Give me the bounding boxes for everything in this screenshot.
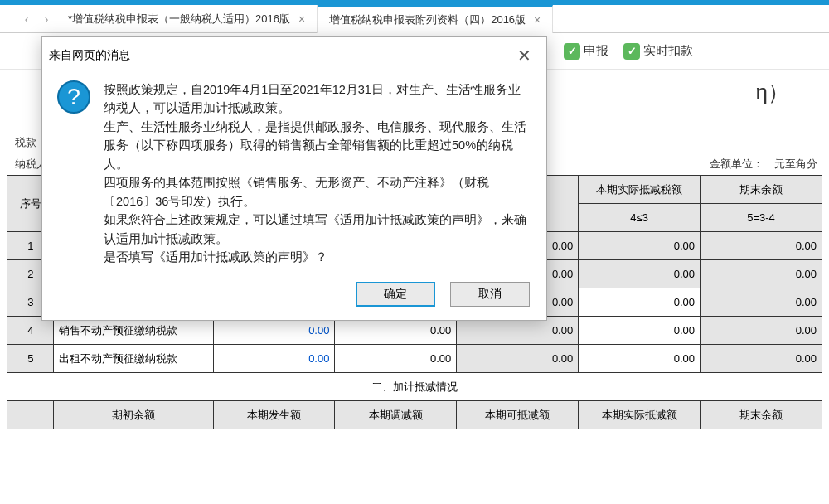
cell-c: 0.00: [701, 345, 822, 373]
cell-c: 0.00: [701, 288, 822, 317]
close-icon[interactable]: ×: [534, 13, 541, 27]
confirmation-dialog: 来自网页的消息 ✕ ? 按照政策规定，自2019年4月1日至2021年12月31…: [41, 36, 547, 321]
cell-b[interactable]: 0.00: [579, 288, 701, 317]
tab-main-return[interactable]: *增值税纳税申报表（一般纳税人适用）2016版 ×: [56, 5, 318, 33]
cancel-label: 取消: [478, 287, 502, 302]
section-header-row: 二、加计抵减情况: [7, 373, 822, 401]
cell-c: 0.00: [701, 260, 822, 288]
sub-actual: 4≤3: [579, 204, 701, 232]
cell-c: 0.00: [701, 317, 822, 345]
declare-button[interactable]: ✓ 申报: [564, 43, 608, 60]
cell-v2[interactable]: 0.00: [335, 345, 457, 373]
col-adjust: 本期调减额: [335, 401, 457, 429]
ok-button[interactable]: 确定: [356, 282, 435, 307]
col-deductible: 本期可抵减额: [457, 401, 579, 429]
realtime-label: 实时扣款: [643, 43, 693, 59]
question-icon: ?: [57, 80, 90, 114]
ok-label: 确定: [384, 287, 407, 302]
sub-end: 5=3-4: [701, 204, 822, 232]
tab-appendix-4[interactable]: 增值税纳税申报表附列资料（四）2016版 ×: [318, 5, 553, 33]
cell-b[interactable]: 0.00: [579, 345, 701, 373]
cell-v1[interactable]: 0.00: [213, 345, 335, 373]
tax-period-label: 税款: [15, 135, 36, 150]
cancel-button[interactable]: 取消: [450, 282, 530, 307]
cell-b: 0.00: [579, 232, 701, 260]
cell-b: 0.00: [579, 260, 701, 288]
section-2-title: 二、加计抵减情况: [7, 373, 822, 401]
tab-label: *增值税纳税申报表（一般纳税人适用）2016版: [68, 12, 290, 27]
tab-nav-next[interactable]: ›: [36, 12, 56, 26]
cell-c: 0.00: [701, 232, 822, 260]
col-occur: 本期发生额: [213, 401, 335, 429]
dialog-title: 来自网页的消息: [49, 48, 130, 63]
col-seq-2: [7, 401, 54, 429]
cell-b[interactable]: 0.00: [579, 317, 701, 345]
tabs-bar: ‹ › *增值税纳税申报表（一般纳税人适用）2016版 × 增值税纳税申报表附列…: [0, 5, 829, 33]
row-name: 出租不动产预征缴纳税款: [54, 345, 213, 373]
col-end2: 期末余额: [701, 401, 822, 429]
col-end: 期末余额: [701, 176, 822, 204]
col-actual2: 本期实际抵减额: [579, 401, 701, 429]
close-icon[interactable]: ✕: [512, 44, 536, 67]
check-icon: ✓: [564, 43, 580, 60]
realtime-deduct-button[interactable]: ✓ 实时扣款: [623, 43, 693, 60]
unit-label: 金额单位： 元至角分: [710, 157, 822, 172]
row-seq: 5: [7, 345, 54, 373]
tab-nav-prev[interactable]: ‹: [17, 12, 36, 26]
check-icon: ✓: [623, 43, 640, 60]
declare-label: 申报: [584, 43, 608, 59]
table-row: 5 出租不动产预征缴纳税款 0.00 0.00 0.00 0.00 0.00: [7, 345, 822, 373]
col-actual: 本期实际抵减税额: [579, 176, 701, 204]
dialog-message: 按照政策规定，自2019年4月1日至2021年12月31日，对生产、生活性服务业…: [104, 80, 531, 267]
col-begin: 期初余额: [54, 401, 213, 429]
tab-label: 增值税纳税申报表附列资料（四）2016版: [329, 12, 526, 27]
close-icon[interactable]: ×: [298, 12, 305, 26]
cell-a: 0.00: [457, 345, 579, 373]
